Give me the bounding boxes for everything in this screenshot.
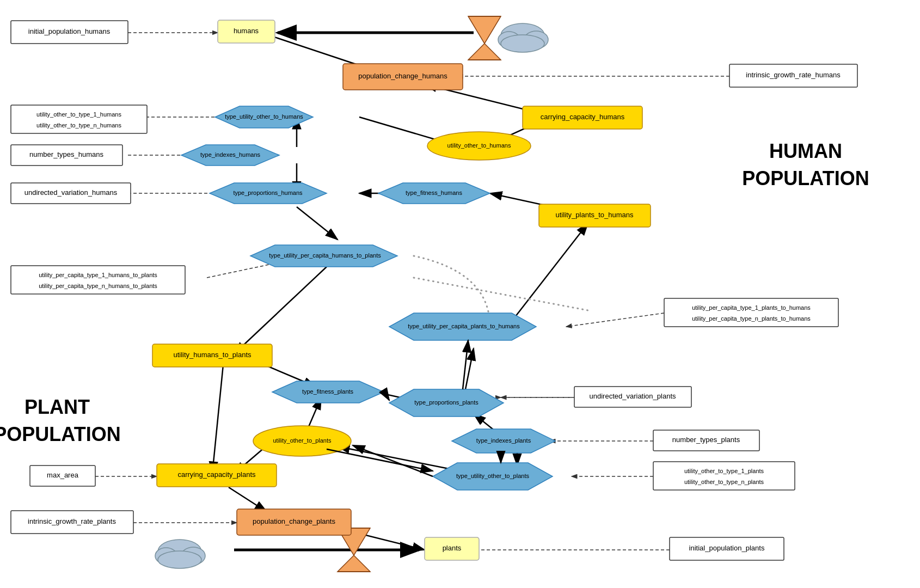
uoth-label: utility_other_to_humans: [447, 142, 511, 149]
hourglass-humans: [468, 16, 501, 60]
tpp-label: type_proportions_plants: [414, 399, 479, 406]
pch-label: population_change_humans: [358, 72, 447, 80]
svg-point-10: [158, 551, 201, 568]
pcp-label: population_change_plants: [253, 517, 335, 525]
tip-label: type_indexes_plants: [476, 437, 531, 444]
uvp-label: undirected_variation_plants: [590, 392, 676, 400]
tfh-label: type_fitness_humans: [406, 189, 462, 196]
igrh-label: intrinsic_growth_rate_humans: [746, 71, 841, 79]
humans-label: humans: [234, 27, 259, 35]
human-population-label2: POPULATION: [742, 167, 869, 189]
tuotp-to-uotp-solid: [353, 445, 433, 476]
upctp-to-tucpp-arrow: [566, 313, 664, 327]
uvh-label: undirected_variation_humans: [24, 188, 118, 197]
upctp-label1: utility_per_capita_type_1_plants_to_huma…: [692, 304, 811, 311]
uoth1-label2: utility_other_to_type_n_humans: [36, 122, 121, 128]
svg-point-6: [501, 35, 544, 52]
upth-label: utility_plants_to_humans: [555, 211, 634, 219]
tfp-label: type_fitness_plants: [302, 388, 354, 395]
tucph-to-uhp-arrow: [234, 267, 327, 354]
tuotp-label: type_utility_other_to_plants: [456, 473, 529, 479]
uoth1-node: [11, 105, 147, 133]
cloud-bottom: [155, 540, 205, 568]
plant-population-label2: POPULATION: [0, 423, 121, 445]
human-population-label: HUMAN: [769, 140, 842, 162]
ccp-label: carrying_capacity_plants: [177, 470, 256, 479]
plants-label: plants: [443, 544, 462, 552]
uotp-to-tuotp-solid: [327, 449, 433, 471]
svg-marker-16: [338, 555, 370, 572]
svg-marker-11: [468, 16, 501, 44]
iph-label: initial_population_humans: [28, 27, 111, 35]
ipp-label: initial_population_plants: [689, 544, 765, 552]
uhp-to-ccp-arrow: [212, 365, 223, 474]
tih-label: type_indexes_humans: [200, 151, 261, 158]
diagram: HUMAN POPULATION PLANT POPULATION: [0, 0, 920, 588]
cloud-top: [498, 23, 548, 52]
upctp-label2: utility_per_capita_type_n_plants_to_huma…: [692, 315, 811, 322]
plant-population-label: PLANT: [24, 396, 90, 418]
ccp-to-pcp-arrow: [229, 487, 267, 512]
igrp-label: intrinsic_growth_rate_plants: [28, 517, 116, 525]
max-area-label: max_area: [47, 471, 79, 479]
upctp-node: [664, 298, 838, 327]
uotp1-node: [653, 462, 795, 490]
upcth-label1: utility_per_capita_type_1_humans_to_plan…: [39, 272, 157, 278]
uoth1-label1: utility_other_to_type_1_humans: [36, 111, 121, 118]
uotp-label: utility_other_to_plants: [273, 437, 332, 444]
svg-marker-12: [468, 44, 501, 60]
upcth-label2: utility_per_capita_type_n_humans_to_plan…: [39, 283, 157, 289]
tph-to-tucph-arrow: [297, 207, 338, 240]
tucpp-to-upth-arrow: [512, 223, 588, 321]
tucpp-label: type_utility_per_capita_plants_to_humans: [408, 323, 520, 329]
ntp-label: number_types_plants: [672, 436, 740, 444]
tucph-label: type_utility_per_capita_humans_to_plants: [269, 252, 381, 259]
uhp-label: utility_humans_to_plants: [173, 351, 252, 359]
uotp1-label2: utility_other_to_type_n_plants: [684, 479, 764, 485]
upcth-node: [11, 266, 185, 294]
tph-label: type_proportions_humans: [233, 189, 303, 196]
nth-label: number_types_humans: [29, 150, 103, 158]
uotp1-label1: utility_other_to_type_1_plants: [684, 468, 764, 474]
pch-to-humans-arrow: [261, 33, 359, 65]
cch-label: carrying_capacity_humans: [541, 113, 625, 121]
tuoth-label: type_utility_other_to_humans: [225, 113, 303, 120]
tfp-to-tpp-solid: [384, 392, 389, 400]
dots-line: [414, 278, 588, 310]
